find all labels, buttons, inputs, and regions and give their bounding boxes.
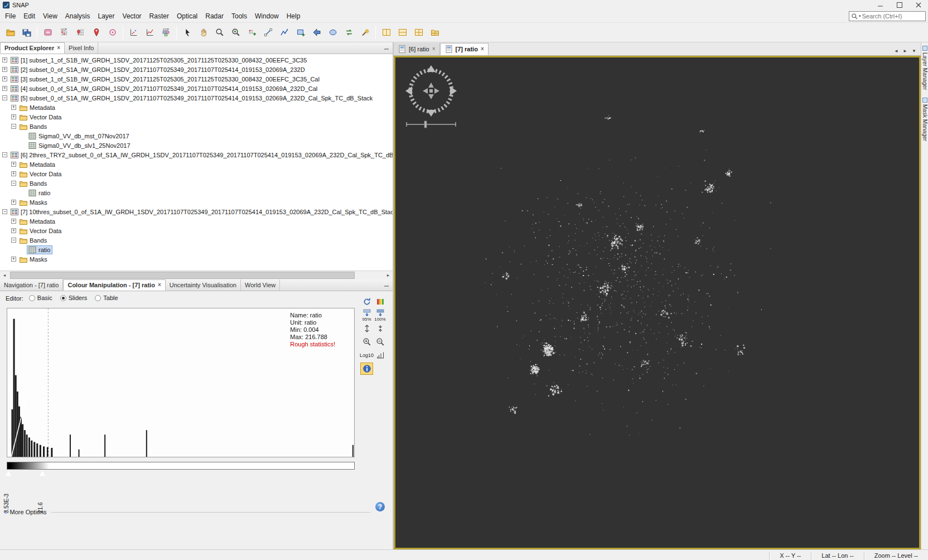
stretch95-button[interactable]: 95% [360,309,373,321]
expand-handle-icon[interactable]: + [11,171,16,176]
search-input[interactable] [862,13,925,20]
view-tab-7-ratio[interactable]: [7] ratio× [440,43,489,55]
tab-colour-manipulation-7-ratio[interactable]: Colour Manipulation - [7] ratio× [63,279,165,291]
tree-node[interactable]: +Vector Data [0,112,393,122]
tree-node[interactable]: Sigma0_VV_db_mst_07Nov2017 [0,131,393,141]
expand-handle-icon[interactable]: + [11,162,16,167]
pin-manager-button[interactable] [72,25,88,40]
tree-node-box[interactable]: Masks [18,198,50,207]
tree-node[interactable]: +Metadata [0,103,393,112]
tree-node[interactable]: −Bands [0,122,393,131]
scrollbar-thumb[interactable] [10,272,355,279]
tree-node-box[interactable]: Bands [18,236,49,245]
layout-grid-button[interactable] [411,25,426,40]
layout-vertical-button[interactable] [379,25,394,40]
tree-node[interactable]: +Metadata [0,216,393,226]
expand-handle-icon[interactable]: − [2,152,7,157]
tab-uncertainty-visualisation[interactable]: Uncertainty Visualisation [166,279,241,291]
tree-node[interactable]: +[1] subset_1_of_S1B_IW_GRDH_1SDV_201711… [0,55,393,65]
log-marks-button[interactable] [374,349,386,361]
close-tab-icon[interactable]: × [57,45,60,51]
close-tab-icon[interactable]: × [432,46,436,52]
save-button[interactable] [19,25,34,40]
tree-node-box[interactable]: Sigma0_VV_db_slv1_25Nov2017 [27,141,133,150]
expand-handle-icon[interactable]: − [2,95,7,100]
expand-handle-icon[interactable]: + [2,67,7,72]
scatter-button[interactable] [126,25,141,40]
editor-mode-basic[interactable]: Basic [29,295,52,301]
tree-node-box[interactable]: [7] 10thres_subset_0_of_S1A_IW_GRDH_1SDV… [9,207,393,216]
tree-node-box[interactable]: Vector Data [18,226,64,235]
menu-help[interactable]: Help [283,10,304,22]
tree-node-box[interactable]: [6] 2thres_TRY2_subset_0_of_S1A_IW_GRDH_… [9,151,393,160]
expand-handle-icon[interactable]: − [11,124,16,129]
tree-node[interactable]: −[5] subset_0_of_S1A_IW_GRDH_1SDV_201711… [0,93,393,103]
tree-node-box[interactable]: ratio [27,189,52,197]
tab-world-view[interactable]: World View [241,279,280,291]
tree-node[interactable]: +Vector Data [0,226,393,235]
slider-thumb-min[interactable] [6,471,11,476]
image-canvas[interactable] [395,57,919,548]
tree-node-box[interactable]: [5] subset_0_of_S1A_IW_GRDH_1SDV_2017110… [9,94,375,103]
tab-list-button[interactable]: ▼ [910,46,919,55]
menu-analysis[interactable]: Analysis [61,10,94,22]
histogram-panel[interactable]: Name: ratio Unit: ratio Min: 0.004 Max: … [7,308,355,457]
view-tab-6-ratio[interactable]: [6] ratio× [394,43,440,55]
menu-view[interactable]: View [39,10,61,22]
stretch100-button[interactable]: 100% [374,309,386,321]
expand-handle-icon[interactable]: + [11,114,16,119]
tree-node-box[interactable]: [4] subset_0_of_S1A_IW_GRDH_1SDV_2017110… [9,84,320,93]
tab-pixel-info[interactable]: Pixel Info [65,42,98,54]
minimize-bottom-panel-button[interactable] [382,281,391,289]
transfer-button[interactable] [341,25,356,40]
side-tab-layer-manager[interactable]: Layer Manager [922,46,928,90]
image-view[interactable] [394,56,921,549]
draw-ellipse-button[interactable] [325,25,340,40]
search-box[interactable]: ▾ [849,11,926,21]
more-options-row[interactable]: » More Options [4,509,370,515]
magic-wand-button[interactable] [357,25,373,40]
zoom-in-button[interactable] [360,336,373,348]
expand-handle-icon[interactable]: + [11,257,16,262]
collapse-chevron-icon[interactable]: » [3,510,9,514]
editor-mode-sliders[interactable]: Sliders [60,295,88,301]
close-tab-icon[interactable]: × [481,46,484,52]
tree-node-box[interactable]: [2] subset_0_of_S1A_IW_GRDH_1SDV_2017110… [9,65,307,74]
side-tab-mask-manager[interactable]: Mask Manager [922,98,928,141]
close-window-button[interactable] [909,0,928,10]
tree-node[interactable]: +Metadata [0,160,393,169]
tree-node-box[interactable]: [1] subset_1_of_S1B_IW_GRDH_1SDV_2017112… [9,56,309,65]
expand-handle-icon[interactable]: − [11,238,16,243]
scroll-left-button[interactable]: ◄ [0,271,9,279]
zoom-slider-control[interactable] [404,120,458,129]
hand-button[interactable] [196,25,211,40]
search-dropdown-icon[interactable]: ▾ [859,14,861,18]
slider-thumb-mid[interactable] [40,471,45,476]
palette-button[interactable] [374,296,386,308]
layout-tile-button[interactable] [427,25,442,40]
tree-node[interactable]: −Bands [0,235,393,245]
menu-vector[interactable]: Vector [119,10,146,22]
tree-node-box[interactable]: Sigma0_VV_db_mst_07Nov2017 [27,132,132,141]
tree-node-box[interactable]: Bands [18,179,49,188]
zoom-out-button[interactable] [374,336,386,348]
tree-node[interactable]: +Masks [0,254,393,264]
tree-node-box[interactable]: Masks [18,255,50,264]
menu-window[interactable]: Window [251,10,283,22]
expand-handle-icon[interactable]: + [11,219,16,224]
tree-node[interactable]: −[7] 10thres_subset_0_of_S1A_IW_GRDH_1SD… [0,207,393,216]
scroll-right-button[interactable]: ► [384,271,393,279]
tree-node[interactable]: +[3] subset_1_of_S1B_IW_GRDH_1SDV_201711… [0,74,393,84]
editor-mode-table[interactable]: Table [95,295,118,301]
tree-node-box[interactable]: Vector Data [18,113,64,122]
open-button[interactable] [3,25,18,40]
maximize-window-button[interactable] [890,0,909,10]
log10-button[interactable]: Log10 [360,349,373,361]
colour-ramp-slider[interactable] [7,462,355,470]
minimize-window-button[interactable] [871,0,890,10]
layout-horizontal-button[interactable] [395,25,410,40]
scrollbar-track[interactable] [9,271,384,279]
tree-node-box[interactable]: Vector Data [18,170,64,178]
tree-node-box[interactable]: ratio [27,245,52,254]
tree-node[interactable]: −[6] 2thres_TRY2_subset_0_of_S1A_IW_GRDH… [0,150,393,160]
